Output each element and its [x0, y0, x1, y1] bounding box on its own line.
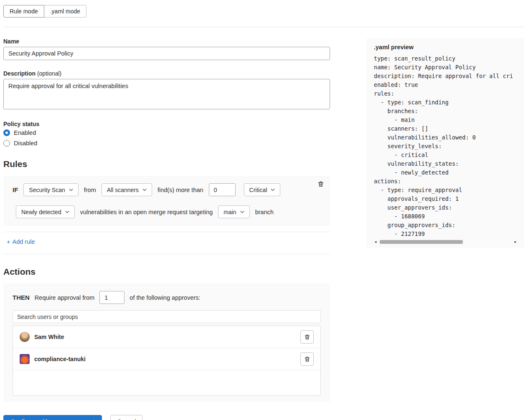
rule-condition-row-1: IF Security Scan from All scanners find(… — [13, 183, 321, 196]
policy-status-label: Policy status — [3, 121, 330, 127]
scroll-left-icon[interactable]: ◄ — [374, 239, 377, 245]
add-rule-label: Add rule — [12, 238, 35, 245]
scroll-right-icon[interactable]: ► — [514, 239, 517, 245]
action-card: THEN Require approval from of the follow… — [3, 283, 330, 402]
yaml-preview-title: .yaml preview — [374, 44, 517, 51]
delete-rule-button[interactable] — [316, 179, 326, 190]
approver-search-input[interactable] — [13, 310, 321, 323]
policy-editor-page: Rule mode .yaml mode Name Description (o… — [0, 0, 528, 420]
disabled-radio[interactable] — [3, 140, 10, 147]
rule-card: IF Security Scan from All scanners find(… — [3, 176, 330, 226]
status-enabled-option[interactable]: Enabled — [3, 129, 330, 136]
branch-text: branch — [255, 209, 274, 215]
then-label: THEN — [13, 294, 30, 301]
enabled-radio[interactable] — [3, 129, 10, 136]
vulnerability-state-dropdown[interactable]: Newly detected — [16, 205, 75, 218]
mode-tabs: Rule mode .yaml mode — [3, 5, 86, 18]
add-rule-button[interactable]: + Add rule — [7, 238, 35, 245]
trash-icon — [304, 356, 310, 362]
plus-icon: + — [7, 238, 10, 245]
trash-icon — [317, 181, 324, 187]
description-textarea[interactable]: Require approval for all critical vulner… — [3, 79, 330, 109]
scrollbar-thumb[interactable] — [380, 240, 463, 244]
actions-heading: Actions — [3, 267, 330, 277]
yaml-preview-column: .yaml preview type: scan_result_policy n… — [367, 38, 524, 248]
chevron-down-icon — [65, 210, 69, 213]
approver-row: compliance-tanuki — [13, 348, 320, 370]
targeting-text: vulnerabilities in an open merge request… — [80, 209, 213, 215]
enabled-radio-label: Enabled — [14, 129, 36, 136]
description-optional-text: (optional) — [37, 70, 61, 77]
description-label-text: Description — [3, 70, 36, 77]
yaml-preview-panel: .yaml preview type: scan_result_policy n… — [367, 38, 524, 248]
trash-icon — [304, 334, 310, 340]
rule-condition-row-2: Newly detected vulnerabilities in an ope… — [16, 205, 321, 218]
scanners-value: All scanners — [107, 187, 139, 193]
chevron-down-icon — [271, 188, 275, 191]
chevron-down-icon — [240, 210, 244, 213]
yaml-preview-code: type: scan_result_policy name: Security … — [374, 54, 517, 238]
vulnerability-state-value: Newly detected — [21, 209, 61, 215]
branch-dropdown[interactable]: main — [218, 205, 249, 218]
status-disabled-option[interactable]: Disabled — [3, 140, 330, 147]
rules-heading: Rules — [3, 159, 330, 169]
remove-approver-button[interactable] — [300, 352, 314, 366]
editor-content: Name Description (optional) Require appr… — [3, 38, 524, 420]
tab-rule-mode[interactable]: Rule mode — [3, 5, 44, 18]
scanners-dropdown[interactable]: All scanners — [102, 183, 152, 196]
cancel-button[interactable]: Cancel — [110, 415, 142, 420]
action-approval-row: THEN Require approval from of the follow… — [13, 291, 321, 304]
chevron-down-icon — [69, 188, 73, 191]
approver-row: Sam White — [13, 326, 320, 348]
description-label: Description (optional) — [3, 70, 330, 77]
policy-form: Name Description (optional) Require appr… — [3, 38, 330, 420]
require-approval-text: Require approval from — [35, 294, 94, 301]
vulnerabilities-allowed-input[interactable] — [209, 183, 236, 196]
name-label: Name — [3, 38, 330, 45]
following-approvers-text: of the following approvers: — [129, 294, 200, 301]
chevron-down-icon — [142, 188, 147, 191]
approvals-required-input[interactable] — [99, 291, 124, 304]
approver-name: compliance-tanuki — [34, 356, 86, 362]
approver-name: Sam White — [34, 334, 64, 340]
tab-yaml-mode[interactable]: .yaml mode — [44, 5, 86, 18]
branch-value: main — [223, 209, 236, 215]
top-divider — [3, 27, 524, 27]
name-input[interactable] — [3, 47, 330, 60]
from-text: from — [84, 187, 96, 193]
scan-type-dropdown[interactable]: Security Scan — [23, 183, 78, 196]
if-label: IF — [13, 186, 18, 193]
approver-list: Sam White compliance-tanuki — [13, 326, 321, 396]
footer-actions: Configure with a merge request Cancel — [3, 415, 330, 420]
avatar — [20, 354, 30, 364]
finds-more-than-text: find(s) more than — [157, 187, 203, 193]
severity-dropdown[interactable]: Critical — [244, 183, 281, 196]
configure-merge-request-button[interactable]: Configure with a merge request — [3, 415, 102, 420]
avatar — [20, 332, 30, 342]
scan-type-value: Security Scan — [29, 187, 65, 193]
disabled-radio-label: Disabled — [14, 140, 37, 147]
severity-value: Critical — [249, 187, 267, 193]
scrollbar-track[interactable] — [378, 240, 513, 244]
yaml-horizontal-scrollbar[interactable]: ◄ ► — [374, 239, 517, 245]
add-rule-section: + Add rule — [3, 232, 330, 254]
remove-approver-button[interactable] — [300, 330, 314, 344]
